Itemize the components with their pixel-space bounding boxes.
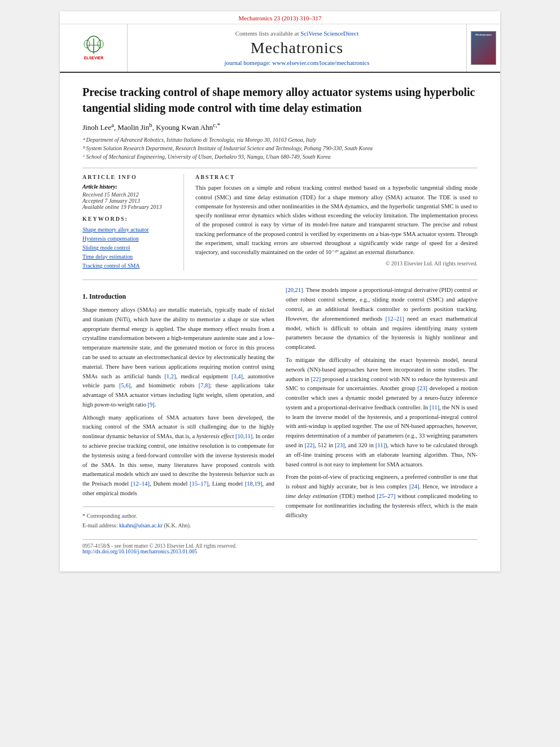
authors-line: Jinoh Leea, Maolin Jinb, Kyoung Kwan Ahn…	[82, 121, 478, 132]
ref-12-21[interactable]: [12–21]	[386, 316, 404, 322]
section1-right-para1: [20,21]. These models impose a proportio…	[286, 286, 478, 352]
journal-cover-thumbnail: Mechatronics	[471, 31, 496, 65]
author-kyoung: Kyoung Kwan Ahnc,*	[156, 123, 220, 132]
article-info-panel: ARTICLE INFO Article history: Received 1…	[82, 174, 184, 270]
homepage-text: journal homepage: www.elsevier.com/locat…	[224, 59, 369, 66]
ref-12-14[interactable]: [12–14]	[131, 480, 150, 487]
cover-thumb-area: Mechatronics	[466, 24, 500, 72]
journal-homepage: journal homepage: www.elsevier.com/locat…	[224, 59, 369, 66]
abstract-text: This paper focuses on a simple and robus…	[195, 184, 478, 257]
sciverse-line: Contents lists available at SciVerse Sci…	[235, 30, 358, 37]
publisher-logo-area: ELSEVIER	[60, 24, 128, 72]
article-info-heading: ARTICLE INFO	[82, 174, 174, 180]
abstract-heading: ABSTRACT	[195, 174, 478, 180]
keyword-3[interactable]: Sliding mode control	[82, 243, 174, 252]
section1-para1: Shape memory alloys (SMAs) are metallic …	[82, 305, 274, 410]
journal-reference: Mechatronics 23 (2013) 310–317	[60, 11, 500, 24]
keyword-2[interactable]: Hysteresis compensation	[82, 234, 174, 243]
ref-22b[interactable]: [22]	[305, 442, 315, 448]
article-history: Article history: Received 15 March 2012 …	[82, 184, 174, 210]
article-title: Precise tracking control of shape memory…	[82, 84, 478, 116]
affiliation-b: ᵇ System Solution Research Department, R…	[82, 144, 478, 152]
received-date: Received 15 March 2012	[82, 191, 174, 198]
ref-7-8[interactable]: [7,8]	[199, 382, 210, 388]
cover-title-text: Mechatronics	[475, 33, 492, 36]
accepted-date: Accepted 7 January 2013	[82, 198, 174, 204]
section1-right-para2: To mitigate the difficulty of obtaining …	[286, 356, 478, 470]
journal-ref-text: Mechatronics 23 (2013) 310–317	[239, 15, 322, 21]
ref-3-4[interactable]: [3,4]	[231, 373, 243, 379]
email-line: E-mail address: kkahn@ulsan.ac.kr (K.K. …	[82, 521, 274, 530]
section1-para2: Although many applications of SMA actuat…	[82, 413, 274, 499]
sciverse-prefix: Contents lists available at	[235, 30, 299, 37]
sciverse-link[interactable]: SciVerse ScienceDirect	[300, 30, 358, 37]
section1-right-para3: From the point-of-view of practicing eng…	[286, 473, 478, 520]
body-col-left: 1. Introduction Shape memory alloys (SMA…	[82, 286, 274, 531]
keyword-1[interactable]: Shape memory alloy actuator	[82, 225, 174, 234]
ref-18-19[interactable]: [18,19]	[245, 480, 262, 487]
journal-name: Mechatronics	[251, 39, 343, 57]
keyword-5[interactable]: Tracking control of SMA	[82, 261, 174, 270]
history-label: Article history:	[82, 184, 174, 190]
ref-10-11[interactable]: [10,11]	[235, 433, 252, 439]
bottom-bar: 0957-4158/$ - see front matter © 2013 El…	[82, 539, 478, 554]
keywords-section: Keywords: Shape memory alloy actuator Hy…	[82, 216, 174, 270]
journal-header: ELSEVIER Contents lists available at Sci…	[60, 24, 500, 73]
doi-line: http://dx.doi.org/10.1016/j.mechatronics…	[82, 549, 478, 554]
abstract-section: ABSTRACT This paper focuses on a simple …	[195, 174, 478, 270]
copyright-notice: © 2013 Elsevier Ltd. All rights reserved…	[195, 260, 478, 267]
keywords-heading: Keywords:	[82, 216, 174, 222]
ref-23[interactable]: [23]	[417, 385, 427, 391]
affiliation-c: ᶜ School of Mechanical Engineering, Univ…	[82, 152, 478, 161]
doi-link[interactable]: http://dx.doi.org/10.1016/j.mechatronics…	[82, 549, 197, 554]
ref-5-6[interactable]: [5,6]	[119, 382, 130, 388]
divider-line	[82, 168, 478, 168]
ref-20-21[interactable]: [20,21]	[286, 287, 303, 293]
email-label: E-mail address:	[82, 522, 117, 528]
svg-text:ELSEVIER: ELSEVIER	[84, 56, 103, 60]
affiliations: ᵃ Department of Advanced Robotics, Istit…	[82, 136, 478, 161]
ref-15-17[interactable]: [15–17]	[190, 480, 208, 487]
corresponding-author-note: * Corresponding author.	[82, 512, 274, 521]
email-suffix: (K.K. Ahn).	[164, 522, 191, 528]
ref-25-27[interactable]: [25–27]	[377, 493, 395, 499]
divider-line-2	[82, 279, 478, 280]
footnote-area: * Corresponding author. E-mail address: …	[82, 506, 274, 530]
ref-9[interactable]: [9]	[148, 401, 155, 408]
elsevier-logo-icon: ELSEVIER	[71, 34, 116, 62]
ref-1-2[interactable]: [1,2]	[164, 373, 176, 379]
ref-11[interactable]: [11]	[430, 404, 439, 410]
article-info-abstract-section: ARTICLE INFO Article history: Received 1…	[82, 174, 478, 270]
author-maolin: Maolin Jinb,	[117, 123, 156, 132]
email-link[interactable]: kkahn@ulsan.ac.kr	[119, 522, 163, 528]
paper-content: Precise tracking control of shape memory…	[60, 73, 500, 571]
issn-line: 0957-4158/$ - see front matter © 2013 El…	[82, 543, 478, 549]
ref-11b[interactable]: [11]	[375, 442, 385, 448]
author-jinoh: Jinoh Leea,	[82, 123, 117, 132]
ref-22[interactable]: [22]	[311, 376, 321, 382]
section1-heading: 1. Introduction	[82, 291, 274, 302]
affiliation-a: ᵃ Department of Advanced Robotics, Istit…	[82, 136, 478, 144]
ref-24[interactable]: [24]	[409, 483, 419, 490]
body-col-right: [20,21]. These models impose a proportio…	[286, 286, 478, 531]
ref-23b[interactable]: [23]	[335, 442, 345, 448]
keyword-4[interactable]: Time delay estimation	[82, 252, 174, 261]
journal-info-center: Contents lists available at SciVerse Sci…	[128, 24, 466, 72]
body-two-col: 1. Introduction Shape memory alloys (SMA…	[82, 286, 478, 531]
online-date: Available online 19 February 2013	[82, 204, 174, 210]
